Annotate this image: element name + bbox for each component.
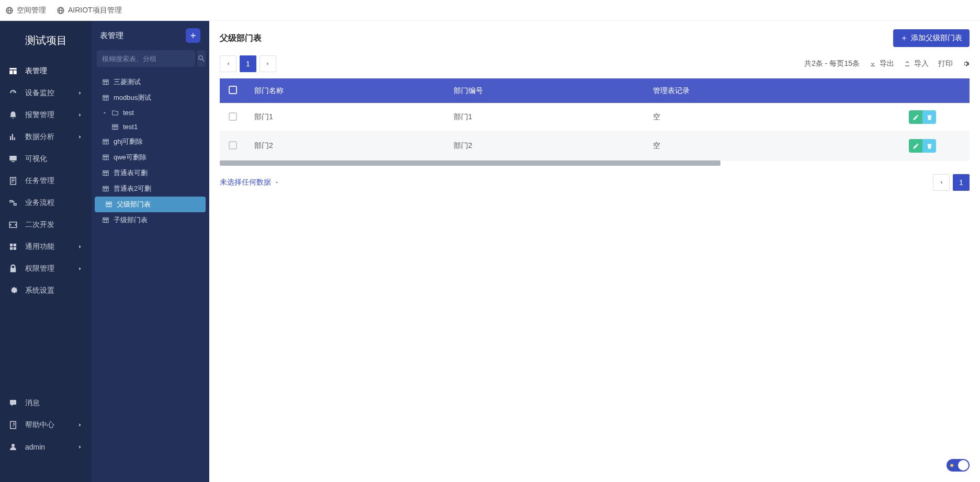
- nav-label: 数据分析: [25, 132, 70, 142]
- export-button[interactable]: 导出: [869, 59, 894, 68]
- page-1-bottom[interactable]: 1: [953, 174, 970, 191]
- tree-item[interactable]: qwe可删除: [92, 150, 209, 165]
- horizontal-scrollbar[interactable]: [220, 160, 720, 166]
- cell-records: 空: [645, 103, 875, 132]
- table-icon: [102, 169, 109, 177]
- edit-button[interactable]: [909, 110, 922, 124]
- print-button[interactable]: 打印: [938, 59, 953, 68]
- nav-item-chart[interactable]: 数据分析: [0, 126, 92, 148]
- tree-item[interactable]: 父级部门表: [95, 197, 206, 212]
- gear-icon: [8, 286, 18, 295]
- tree-item[interactable]: 三菱测试: [92, 74, 209, 90]
- table-row[interactable]: 部门2 部门2 空: [220, 132, 970, 160]
- page-next[interactable]: [260, 55, 276, 72]
- nav-item-flow[interactable]: 业务流程: [0, 192, 92, 214]
- cell-code: 部门1: [445, 103, 645, 132]
- theme-toggle[interactable]: ✸: [947, 459, 970, 472]
- select-all-checkbox[interactable]: [229, 86, 237, 94]
- content-area: 父级部门表 添加父级部门表 1 共2条 - 每页15条 导出 导入: [209, 21, 980, 482]
- tree-item[interactable]: 普通表可删: [92, 165, 209, 181]
- search-button[interactable]: [197, 50, 206, 67]
- breadcrumb-airiot[interactable]: AIRIOT项目管理: [57, 6, 122, 15]
- sidebar-main: 测试项目 表管理 设备监控 报警管理 数据分析 可视化 任务管理 业务流程 二次…: [0, 21, 92, 482]
- table-icon: [8, 66, 18, 76]
- add-record-button[interactable]: 添加父级部门表: [893, 29, 970, 47]
- message-icon: [8, 398, 18, 408]
- nav-item-gear[interactable]: 系统设置: [0, 280, 92, 302]
- nav-item-alarm[interactable]: 报警管理: [0, 104, 92, 126]
- flow-icon: [8, 198, 18, 208]
- nav-item-grid[interactable]: 通用功能: [0, 236, 92, 258]
- col-code[interactable]: 部门编号: [445, 78, 645, 103]
- table-icon: [102, 138, 109, 145]
- nav-label: 表管理: [25, 66, 83, 76]
- nav-item-table[interactable]: 表管理: [0, 60, 92, 82]
- nav-item-message[interactable]: 消息: [0, 392, 92, 414]
- tree-item[interactable]: test1: [92, 120, 209, 134]
- help-icon: [8, 420, 18, 430]
- add-table-button[interactable]: [186, 28, 200, 43]
- nav-item-help[interactable]: 帮助中心: [0, 414, 92, 436]
- nav-label: 可视化: [25, 154, 83, 164]
- tree-item[interactable]: test: [92, 106, 209, 120]
- nav-label: 权限管理: [25, 264, 70, 273]
- page-prev[interactable]: [220, 55, 236, 72]
- breadcrumb-space-mgmt[interactable]: 空间管理: [5, 6, 46, 15]
- nav-label: admin: [25, 443, 70, 451]
- page-prev-bottom[interactable]: [933, 174, 950, 191]
- nav-item-task[interactable]: 任务管理: [0, 170, 92, 192]
- nav-item-user[interactable]: admin: [0, 436, 92, 458]
- tree-label: test1: [123, 123, 138, 131]
- col-name[interactable]: 部门名称: [246, 78, 445, 103]
- col-records[interactable]: 管理表记录: [645, 78, 875, 103]
- chart-icon: [8, 132, 18, 142]
- tree-item[interactable]: modbus测试: [92, 90, 209, 106]
- tree-label: qwe可删除: [114, 153, 147, 162]
- settings-button[interactable]: [962, 60, 970, 67]
- edit-button[interactable]: [909, 139, 922, 153]
- content-title: 父级部门表: [220, 33, 262, 44]
- nav-label: 消息: [25, 398, 83, 408]
- table-row[interactable]: 部门1 部门1 空: [220, 103, 970, 132]
- selection-status-dropdown[interactable]: 未选择任何数据: [220, 178, 279, 187]
- tree-item[interactable]: 普通表2可删: [92, 181, 209, 197]
- upload-icon: [904, 60, 911, 67]
- nav-item-gauge[interactable]: 设备监控: [0, 82, 92, 104]
- delete-button[interactable]: [922, 110, 936, 124]
- breadcrumb-label: AIRIOT项目管理: [68, 6, 122, 15]
- nav-label: 通用功能: [25, 242, 70, 251]
- import-label: 导入: [914, 59, 929, 68]
- pagination-top: 1: [220, 55, 276, 72]
- nav-item-code[interactable]: 二次开发: [0, 214, 92, 236]
- nav-label: 二次开发: [25, 220, 83, 229]
- nav-label: 任务管理: [25, 176, 83, 186]
- page-1[interactable]: 1: [240, 55, 256, 72]
- nav-item-lock[interactable]: 权限管理: [0, 258, 92, 280]
- nav-item-screen[interactable]: 可视化: [0, 148, 92, 170]
- tree-label: 三菱测试: [114, 77, 141, 87]
- tree-item[interactable]: 子级部门表: [92, 212, 209, 228]
- project-title: 测试项目: [0, 21, 92, 60]
- chevron-down-icon: [274, 180, 279, 185]
- plus-icon: [900, 35, 908, 42]
- row-checkbox[interactable]: [229, 141, 237, 150]
- tree-item[interactable]: ghj可删除: [92, 134, 209, 150]
- nav-label: 业务流程: [25, 198, 83, 208]
- task-icon: [8, 176, 18, 186]
- cell-code: 部门2: [445, 132, 645, 160]
- search-input[interactable]: [97, 50, 195, 67]
- grid-icon: [8, 242, 18, 251]
- nav-label: 报警管理: [25, 110, 70, 120]
- toggle-knob: [958, 460, 968, 470]
- chevron-right-icon: [77, 266, 83, 272]
- import-button[interactable]: 导入: [904, 59, 929, 68]
- sidebar-secondary: 表管理 三菱测试modbus测试testtest1ghj可删除qwe可删除普通表…: [92, 21, 209, 482]
- chevron-right-icon: [77, 244, 83, 250]
- row-checkbox[interactable]: [229, 112, 237, 121]
- chevron-right-icon: [77, 112, 83, 118]
- download-icon: [869, 60, 876, 67]
- delete-button[interactable]: [922, 139, 936, 153]
- edit-icon: [913, 143, 919, 150]
- tree-label: 普通表2可删: [114, 184, 151, 193]
- plus-icon: [189, 31, 197, 40]
